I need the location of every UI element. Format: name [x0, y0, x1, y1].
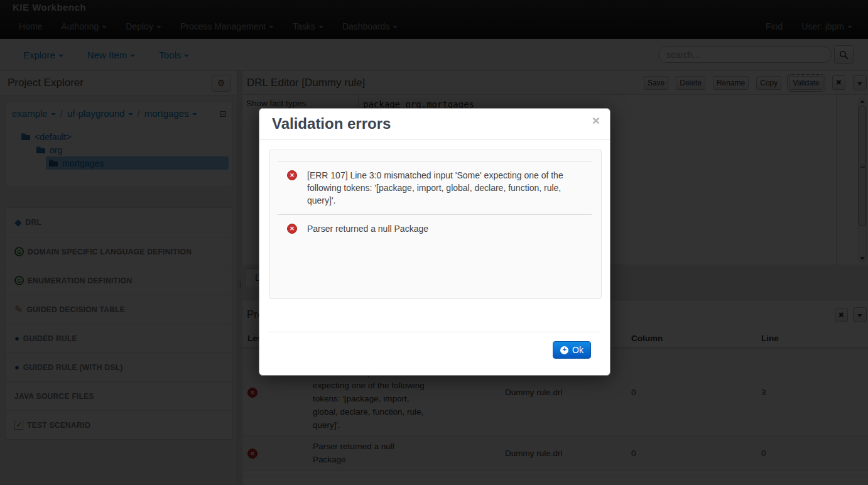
- modal-footer: Ok: [269, 332, 600, 376]
- error-icon: [287, 170, 297, 180]
- error-message: Parser returned a null Package: [307, 222, 428, 235]
- error-icon: [287, 224, 297, 234]
- validation-error-item: Parser returned a null Package: [278, 214, 592, 242]
- validation-error-item: [ERR 107] Line 3:0 mismatched input 'Som…: [278, 161, 592, 214]
- modal-title: Validation errors: [272, 115, 391, 133]
- error-message: [ERR 107] Line 3:0 mismatched input 'Som…: [307, 169, 582, 207]
- kie-workbench-window: KIE Workbench Home Authoring Deploy Proc…: [0, 0, 868, 485]
- validation-errors-list: [ERR 107] Line 3:0 mismatched input 'Som…: [269, 150, 602, 299]
- plus-circle-icon: [560, 346, 568, 354]
- validation-errors-modal: Validation errors × [ERR 107] Line 3:0 m…: [259, 108, 610, 376]
- modal-header: Validation errors ×: [259, 109, 610, 140]
- close-icon[interactable]: ×: [592, 114, 600, 127]
- ok-button[interactable]: Ok: [553, 341, 591, 359]
